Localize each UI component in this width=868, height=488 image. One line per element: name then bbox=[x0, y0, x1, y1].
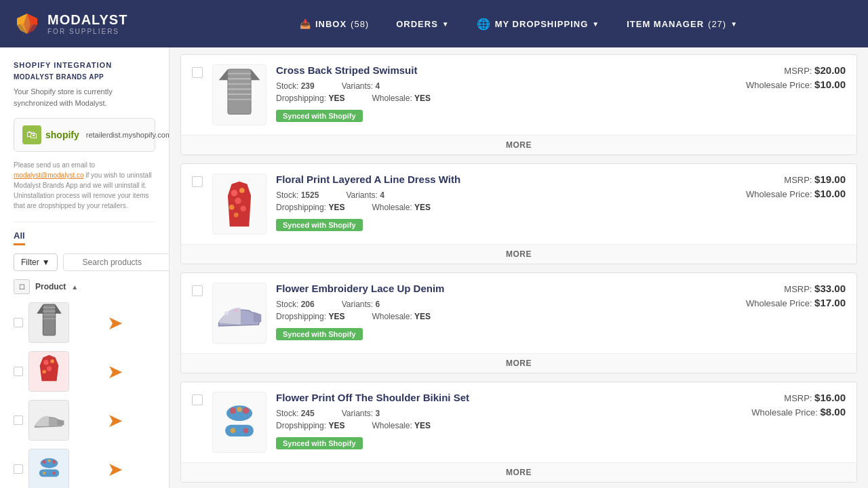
product-card-thumbnail bbox=[212, 283, 267, 344]
sort-toggle-button[interactable]: ☐ bbox=[14, 279, 30, 294]
variants-label: Variants: 4 bbox=[342, 81, 380, 91]
svg-point-10 bbox=[43, 360, 48, 365]
wholesale-value: YES bbox=[414, 421, 431, 430]
product-card: Flower Embroidery Lace Up Denim Stock: 2… bbox=[180, 272, 857, 373]
product-card-info: Flower Print Off The Shoulder Bikini Set… bbox=[276, 392, 742, 449]
product-card-main: Floral Print Layered A Line Dress With S… bbox=[181, 164, 856, 244]
nav-orders[interactable]: ORDERS ▼ bbox=[396, 19, 450, 29]
product-card-info: Floral Print Layered A Line Dress With S… bbox=[276, 174, 736, 231]
svg-point-32 bbox=[240, 205, 246, 211]
sidebar-divider bbox=[14, 222, 155, 222]
wholesale-price-row: Wholesale Price: $8.00 bbox=[751, 406, 846, 418]
app-header: MODALYST FOR SUPPLIERS 📥 INBOX (58) ORDE… bbox=[0, 0, 868, 47]
stock-label: Stock: 245 bbox=[276, 409, 315, 418]
svg-point-41 bbox=[231, 428, 236, 434]
filter-chevron-icon: ▼ bbox=[42, 258, 50, 267]
product-card-info: Flower Embroidery Lace Up Denim Stock: 2… bbox=[276, 283, 736, 340]
logo-sub: FOR SUPPLIERS bbox=[47, 28, 127, 35]
wholesale-label: Wholesale: YES bbox=[372, 94, 431, 103]
filter-search-row: Filter ▼ 🔍 bbox=[14, 253, 155, 271]
product-card: Flower Print Off The Shoulder Bikini Set… bbox=[180, 382, 857, 483]
dropshipping-label: Dropshipping: YES bbox=[276, 94, 344, 103]
dropshipping-value: YES bbox=[328, 94, 344, 103]
wholesale-price-value: $10.00 bbox=[814, 79, 846, 90]
msrp-value: $19.00 bbox=[814, 174, 846, 185]
shopify-url: retailerdist.myshopify.com bbox=[86, 131, 170, 139]
product-card-thumbnail bbox=[212, 392, 267, 453]
arrow-icon: ➤ bbox=[75, 361, 155, 383]
dropshipping-value: YES bbox=[328, 421, 344, 430]
product-meta-row-2: Dropshipping: YES Wholesale: YES bbox=[276, 94, 736, 103]
more-bar[interactable]: MORE bbox=[181, 244, 856, 264]
more-bar[interactable]: MORE bbox=[181, 462, 856, 482]
wholesale-value: YES bbox=[414, 94, 431, 103]
stock-label: Stock: 1525 bbox=[276, 190, 319, 200]
all-filter-label[interactable]: All bbox=[14, 230, 25, 245]
wholesale-price-row: Wholesale Price: $10.00 bbox=[746, 188, 846, 199]
shopify-word: shopify bbox=[45, 129, 79, 140]
msrp-value: $16.00 bbox=[814, 392, 846, 403]
variants-value: 6 bbox=[376, 300, 380, 309]
product-pricing: MSRP: $20.00 Wholesale Price: $10.00 bbox=[746, 64, 846, 93]
variants-label: Variants: 3 bbox=[342, 409, 380, 418]
svg-point-38 bbox=[237, 407, 242, 412]
product-card-checkbox[interactable] bbox=[192, 285, 203, 296]
product-thumbnail bbox=[28, 351, 69, 392]
product-card-checkbox[interactable] bbox=[192, 176, 203, 187]
list-item: ➤ bbox=[14, 348, 155, 394]
nav-dropshipping[interactable]: 🌐 MY DROPSHIPPING ▼ bbox=[477, 18, 599, 30]
product-checkbox[interactable] bbox=[14, 367, 23, 376]
filter-button[interactable]: Filter ▼ bbox=[14, 253, 58, 271]
product-thumbnail bbox=[28, 449, 69, 488]
product-card-main: Flower Print Off The Shoulder Bikini Set… bbox=[181, 382, 856, 462]
search-input[interactable] bbox=[63, 253, 170, 271]
note-email-link[interactable]: modalyst@modalyst.co bbox=[14, 171, 84, 179]
product-meta-row: Stock: 206 Variants: 6 bbox=[276, 300, 736, 309]
product-meta-row-2: Dropshipping: YES Wholesale: YES bbox=[276, 203, 736, 212]
svg-point-34 bbox=[224, 311, 229, 315]
nav-dropshipping-label: MY DROPSHIPPING bbox=[495, 19, 589, 29]
nav-orders-label: ORDERS bbox=[396, 19, 438, 29]
msrp-row: MSRP: $19.00 bbox=[746, 174, 846, 185]
variants-label: Variants: 4 bbox=[346, 190, 384, 200]
msrp-value: $33.00 bbox=[814, 283, 846, 294]
stock-label: Stock: 206 bbox=[276, 300, 315, 309]
sync-description: Your Shopify store is currently synchron… bbox=[14, 86, 155, 108]
wholesale-value: YES bbox=[414, 203, 431, 212]
product-checkbox[interactable] bbox=[14, 415, 23, 425]
more-bar[interactable]: MORE bbox=[181, 353, 856, 373]
wholesale-price-value: $10.00 bbox=[814, 188, 846, 199]
wholesale-label: Wholesale: YES bbox=[372, 421, 431, 430]
svg-point-20 bbox=[52, 471, 56, 474]
dropshipping-label: Dropshipping: YES bbox=[276, 203, 344, 212]
product-card-info: Cross Back Striped Swimsuit Stock: 239 V… bbox=[276, 64, 736, 122]
wholesale-label: Wholesale: YES bbox=[372, 203, 431, 212]
product-title: Cross Back Striped Swimsuit bbox=[276, 64, 736, 76]
synced-badge: Synced with Shopify bbox=[276, 328, 363, 340]
nav-inbox[interactable]: 📥 INBOX (58) bbox=[300, 19, 369, 29]
product-card-checkbox[interactable] bbox=[192, 67, 203, 78]
product-title: Flower Embroidery Lace Up Denim bbox=[276, 283, 736, 294]
product-card: Floral Print Layered A Line Dress With S… bbox=[180, 163, 857, 264]
nav-inbox-label: INBOX bbox=[315, 19, 347, 29]
list-item: ➤ bbox=[14, 446, 155, 488]
product-checkbox[interactable] bbox=[14, 318, 23, 327]
svg-rect-18 bbox=[39, 469, 58, 476]
product-card-checkbox[interactable] bbox=[192, 394, 203, 405]
wholesale-price-row: Wholesale Price: $17.00 bbox=[746, 297, 846, 308]
stock-value: 206 bbox=[301, 300, 315, 309]
svg-point-11 bbox=[50, 359, 54, 363]
globe-icon: 🌐 bbox=[477, 18, 491, 30]
logo-area: MODALYST FOR SUPPLIERS bbox=[14, 10, 183, 37]
product-card-main: Cross Back Striped Swimsuit Stock: 239 V… bbox=[181, 55, 856, 135]
logo-icon bbox=[14, 10, 41, 37]
product-checkbox[interactable] bbox=[14, 464, 23, 474]
list-item: ➤ bbox=[14, 397, 155, 443]
product-card: Cross Back Striped Swimsuit Stock: 239 V… bbox=[180, 54, 857, 155]
filter-label: Filter bbox=[21, 258, 39, 267]
product-meta-row: Stock: 1525 Variants: 4 bbox=[276, 190, 736, 200]
nav-item-manager[interactable]: ITEM MANAGER (27) ▼ bbox=[627, 19, 738, 29]
more-bar[interactable]: MORE bbox=[181, 135, 856, 155]
svg-point-35 bbox=[235, 309, 238, 312]
inbox-icon: 📥 bbox=[300, 19, 311, 29]
